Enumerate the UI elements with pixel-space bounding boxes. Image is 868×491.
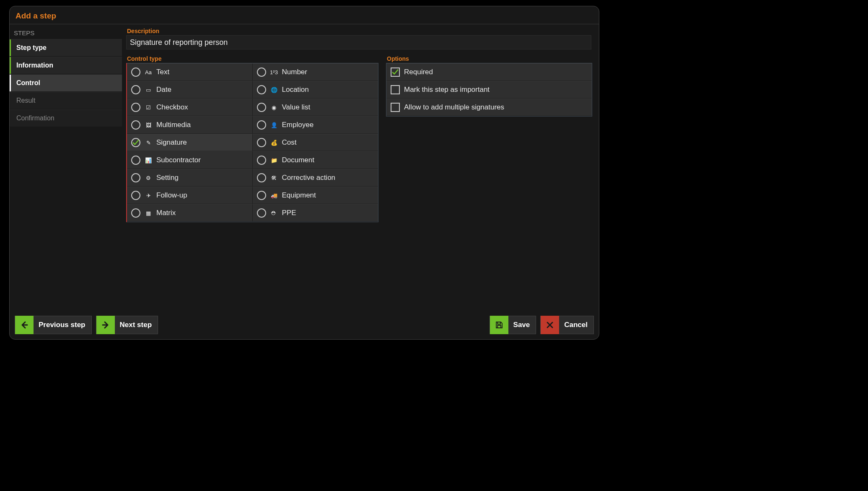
control-type-document[interactable]: 📁Document <box>253 151 378 169</box>
sidebar-heading: STEPS <box>10 26 122 39</box>
control-type-label: Number <box>282 68 307 76</box>
next-step-label: Next step <box>120 321 152 329</box>
control-type-label: Setting <box>156 174 179 182</box>
control-type-label: Corrective action <box>282 174 336 182</box>
dialog-add-step: Add a step STEPS Step typeInformationCon… <box>9 6 599 340</box>
sidebar-step-label: Control <box>16 79 40 87</box>
radio-icon <box>131 103 140 112</box>
control-type-corrective-action[interactable]: 🛠Corrective action <box>253 169 378 187</box>
control-type-setting[interactable]: ⚙Setting <box>127 169 253 187</box>
control-type-label: Value list <box>282 103 311 112</box>
control-type-follow-up[interactable]: ✈Follow-up <box>127 187 253 204</box>
radio-icon <box>131 156 140 165</box>
control-type-value-list[interactable]: ◉Value list <box>253 99 378 116</box>
radio-icon <box>257 191 266 200</box>
option-allow-to-add-multiple-signatures[interactable]: Allow to add multiple signatures <box>386 99 592 116</box>
date-icon: ▭ <box>145 86 152 94</box>
document-icon: 📁 <box>270 156 278 164</box>
cancel-button[interactable]: Cancel <box>540 316 594 334</box>
control-type-date[interactable]: ▭Date <box>127 81 253 99</box>
control-type-signature[interactable]: ✎Signature <box>127 134 253 151</box>
control-type-subcontractor[interactable]: 📊Subcontractor <box>127 151 253 169</box>
control-type-label: Cost <box>282 138 297 147</box>
checkbox-checked-icon <box>391 68 400 77</box>
radio-icon <box>131 120 140 130</box>
sidebar-step-step-type[interactable]: Step type <box>10 39 122 57</box>
control-type-location[interactable]: 🌐Location <box>253 81 378 99</box>
sidebar-step-label: Information <box>16 62 53 69</box>
radio-icon <box>257 208 266 218</box>
sidebar-step-result[interactable]: Result <box>10 92 122 109</box>
main-panel: Description Control type AaText1²3Number… <box>122 24 599 316</box>
text-icon: Aa <box>145 68 152 76</box>
checkbox-icon <box>391 103 400 112</box>
sidebar-step-label: Result <box>16 97 35 104</box>
dialog-title: Add a step <box>10 6 599 24</box>
control-type-label: Multimedia <box>156 121 191 129</box>
followup-icon: ✈ <box>145 192 152 199</box>
control-type-label: Subcontractor <box>156 156 201 164</box>
next-step-button[interactable]: Next step <box>96 316 158 334</box>
control-type-label: Date <box>156 86 171 94</box>
cancel-label: Cancel <box>564 321 588 329</box>
option-label: Required <box>404 68 433 76</box>
radio-icon <box>257 85 266 94</box>
employee-icon: 👤 <box>270 121 278 129</box>
option-label: Mark this step as important <box>404 86 490 94</box>
control-type-number[interactable]: 1²3Number <box>253 63 378 81</box>
save-icon <box>490 316 508 334</box>
radio-icon <box>131 173 140 182</box>
close-icon <box>541 316 559 334</box>
corrective-icon: 🛠 <box>270 174 278 182</box>
control-type-multimedia[interactable]: 🖼Multimedia <box>127 116 253 134</box>
setting-icon: ⚙ <box>145 174 152 182</box>
control-type-label: Employee <box>282 121 314 129</box>
sidebar-step-confirmation[interactable]: Confirmation <box>10 109 122 127</box>
control-type-ppe[interactable]: ⛑PPE <box>253 204 378 222</box>
control-type-checkbox[interactable]: ☑Checkbox <box>127 99 253 116</box>
control-type-label: Checkbox <box>156 103 188 112</box>
options-section: Options RequiredMark this step as import… <box>386 55 592 117</box>
checkbox-icon: ☑ <box>145 104 152 111</box>
radio-icon <box>131 68 140 77</box>
sidebar-step-control[interactable]: Control <box>10 74 122 92</box>
radio-icon <box>257 68 266 77</box>
option-required[interactable]: Required <box>386 63 592 81</box>
dialog-footer: Previous step Next step Save Cancel <box>10 316 599 339</box>
control-type-label: Text <box>156 68 169 76</box>
control-type-equipment[interactable]: 🚚Equipment <box>253 187 378 204</box>
ppe-icon: ⛑ <box>270 209 278 217</box>
previous-step-button[interactable]: Previous step <box>15 316 92 334</box>
control-type-employee[interactable]: 👤Employee <box>253 116 378 134</box>
control-type-label: PPE <box>282 209 296 217</box>
previous-step-label: Previous step <box>39 321 86 329</box>
radio-icon <box>131 191 140 200</box>
subcontractor-icon: 📊 <box>145 156 152 164</box>
control-type-label: Control type <box>126 55 378 62</box>
location-icon: 🌐 <box>270 86 278 94</box>
save-button[interactable]: Save <box>490 316 536 334</box>
control-type-label: Equipment <box>282 191 316 200</box>
control-type-label: Signature <box>156 138 187 147</box>
sidebar-step-label: Step type <box>16 44 47 52</box>
radio-icon <box>257 173 266 182</box>
option-mark-this-step-as-important[interactable]: Mark this step as important <box>386 81 592 99</box>
control-type-section: Control type AaText1²3Number▭Date🌐Locati… <box>126 55 378 222</box>
matrix-icon: ▦ <box>145 209 152 217</box>
arrow-left-icon <box>15 316 34 334</box>
sidebar-step-information[interactable]: Information <box>10 57 122 74</box>
save-label: Save <box>513 321 530 329</box>
control-type-label: Follow-up <box>156 191 187 200</box>
control-type-cost[interactable]: 💰Cost <box>253 134 378 151</box>
options-label: Options <box>386 55 592 62</box>
description-input[interactable] <box>126 35 591 49</box>
description-field: Description <box>126 28 591 49</box>
checkbox-icon <box>391 85 400 94</box>
equipment-icon: 🚚 <box>270 192 278 199</box>
radio-icon <box>131 85 140 94</box>
number-icon: 1²3 <box>270 68 278 76</box>
sidebar-step-label: Confirmation <box>16 114 54 122</box>
control-type-text[interactable]: AaText <box>127 63 253 81</box>
control-type-label: Location <box>282 86 309 94</box>
control-type-matrix[interactable]: ▦Matrix <box>127 204 253 222</box>
